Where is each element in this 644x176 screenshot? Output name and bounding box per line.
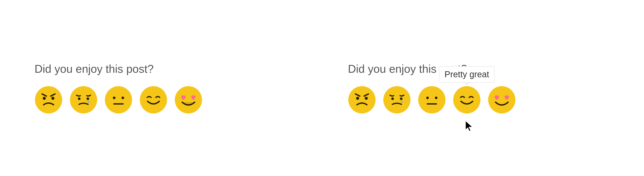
svg-point-11 [122, 97, 124, 99]
emoji-very-angry-right[interactable] [348, 86, 376, 114]
emoji-neutral-left[interactable] [104, 86, 132, 114]
right-panel: Did you enjoy this post? [322, 0, 644, 176]
svg-point-5 [70, 86, 97, 113]
svg-point-30 [488, 86, 515, 113]
emoji-love-right[interactable] [488, 86, 516, 114]
right-emoji-row: Pretty great [348, 86, 516, 114]
svg-point-3 [43, 97, 46, 100]
svg-point-14 [175, 86, 202, 113]
svg-point-23 [401, 101, 403, 103]
svg-point-24 [418, 86, 446, 113]
emoji-angry-left[interactable] [70, 86, 98, 114]
emoji-happy-wrapper: Pretty great [453, 86, 481, 114]
svg-point-25 [426, 97, 429, 99]
emoji-love-left[interactable] [174, 86, 202, 114]
left-question: Did you enjoy this post? [34, 62, 154, 75]
svg-point-28 [453, 86, 480, 113]
left-emoji-row [34, 86, 202, 114]
svg-point-18 [356, 97, 359, 100]
svg-point-8 [88, 101, 89, 103]
emoji-neutral-right[interactable] [418, 86, 446, 114]
svg-point-10 [113, 97, 116, 99]
svg-point-22 [400, 98, 402, 100]
emoji-happy-right[interactable] [453, 86, 481, 114]
emoji-angry-right[interactable] [383, 86, 411, 114]
svg-point-6 [78, 98, 80, 100]
left-panel: Did you enjoy this post? [0, 0, 322, 176]
svg-marker-29 [466, 121, 472, 131]
svg-point-21 [391, 98, 394, 100]
emoji-happy-left[interactable] [140, 86, 168, 114]
pretty-great-tooltip: Pretty great [439, 66, 495, 82]
svg-point-7 [86, 98, 89, 100]
svg-point-0 [35, 86, 62, 113]
svg-point-13 [140, 86, 167, 113]
svg-point-20 [383, 86, 410, 113]
emoji-very-angry-left[interactable] [34, 86, 62, 114]
svg-point-15 [348, 86, 376, 113]
svg-point-19 [365, 97, 368, 100]
svg-point-4 [51, 97, 54, 100]
svg-point-26 [435, 97, 438, 99]
svg-point-9 [105, 86, 132, 113]
